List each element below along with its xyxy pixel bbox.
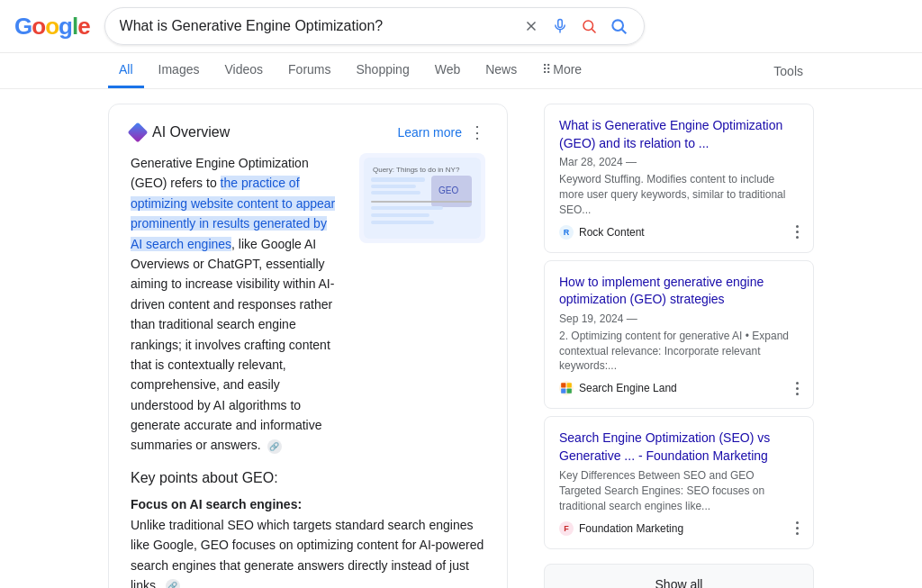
result-source-1: R Rock Content <box>559 225 799 240</box>
svg-rect-22 <box>567 389 572 394</box>
search-input[interactable] <box>120 18 514 34</box>
svg-rect-18 <box>371 221 434 224</box>
tab-web[interactable]: Web <box>424 53 472 88</box>
key-point-text-1: Unlike traditional SEO which targets sta… <box>131 515 485 588</box>
header: Google <box>0 0 922 53</box>
svg-rect-2 <box>557 20 562 28</box>
tab-images[interactable]: Images <box>148 53 211 88</box>
lens-icon[interactable] <box>579 16 599 36</box>
search-icon[interactable] <box>608 15 629 37</box>
result-snippet-2: 2. Optimizing content for generative AI … <box>559 329 799 374</box>
more-options-3[interactable] <box>796 521 799 535</box>
svg-rect-19 <box>561 383 565 387</box>
key-point-title-1: Focus on AI search engines: <box>131 497 485 511</box>
main-content: AI Overview Learn more ⋮ Generative Engi… <box>0 89 922 588</box>
learn-more-link[interactable]: Learn more <box>397 125 462 140</box>
result-date-1: Mar 28, 2024 — <box>559 156 799 168</box>
overview-image: Query: Things to do in NY? GEO <box>359 153 485 243</box>
tab-forums[interactable]: Forums <box>277 53 341 88</box>
ai-overview-box: AI Overview Learn more ⋮ Generative Engi… <box>108 104 508 588</box>
right-panel: What is Generative Engine Optimization (… <box>544 104 814 588</box>
svg-rect-16 <box>371 206 443 210</box>
source-icon-sel <box>559 381 574 395</box>
google-logo: Google <box>14 13 90 41</box>
ai-overview-header-right: Learn more ⋮ <box>397 122 485 142</box>
show-all-button[interactable]: Show all <box>544 564 814 588</box>
voice-search-icon[interactable] <box>550 16 570 36</box>
svg-text:GEO: GEO <box>438 185 458 195</box>
ai-overview-header: AI Overview Learn more ⋮ <box>131 122 485 142</box>
tab-more[interactable]: ⠿ More <box>531 53 592 88</box>
svg-line-5 <box>592 29 595 32</box>
key-point-1: Focus on AI search engines: Unlike tradi… <box>131 497 485 588</box>
tab-tools[interactable]: Tools <box>763 55 814 87</box>
svg-text:Query: Things to do in NY?: Query: Things to do in NY? <box>373 166 460 174</box>
search-bar <box>104 7 645 45</box>
source-link-2[interactable]: 🔗 <box>166 579 180 588</box>
result-snippet-3: Key Differences Between SEO and GEO Targ… <box>559 468 799 513</box>
ai-diamond-icon <box>128 122 149 143</box>
source-name-1: Rock Content <box>579 226 645 239</box>
svg-point-6 <box>612 20 623 31</box>
result-card-2: How to implement generative engine optim… <box>544 260 814 410</box>
tab-all[interactable]: All <box>108 53 144 88</box>
result-title-3[interactable]: Search Engine Optimization (SEO) vs Gene… <box>559 430 799 465</box>
result-title-1[interactable]: What is Generative Engine Optimization (… <box>559 117 799 152</box>
svg-point-4 <box>583 21 593 31</box>
svg-rect-17 <box>371 213 429 217</box>
overview-body: Generative Engine Optimization (GEO) ref… <box>131 153 485 456</box>
more-options-1[interactable] <box>796 225 799 239</box>
source-info-1: R Rock Content <box>559 225 645 240</box>
svg-rect-21 <box>561 389 565 394</box>
svg-rect-11 <box>371 185 416 188</box>
svg-rect-12 <box>371 191 420 194</box>
svg-rect-20 <box>567 383 572 387</box>
result-snippet-1: Keyword Stuffing. Modifies content to in… <box>559 172 799 217</box>
overview-text-block: Generative Engine Optimization (GEO) ref… <box>131 153 341 456</box>
source-name-2: Search Engine Land <box>579 382 677 394</box>
source-info-3: F Foundation Marketing <box>559 521 683 536</box>
more-options-2[interactable] <box>796 382 799 395</box>
result-title-2[interactable]: How to implement generative engine optim… <box>559 274 799 309</box>
source-link-icon-1[interactable]: 🔗 <box>267 439 282 454</box>
overview-text-after: , like Google AI Overviews or ChatGPT, e… <box>131 237 334 453</box>
key-points-title: Key points about GEO: <box>131 470 485 486</box>
svg-line-7 <box>621 30 626 34</box>
svg-rect-15 <box>371 201 472 203</box>
more-label: More <box>553 62 582 77</box>
result-source-3: F Foundation Marketing <box>559 521 799 536</box>
result-card-1: What is Generative Engine Optimization (… <box>544 104 814 253</box>
tab-videos[interactable]: Videos <box>213 53 274 88</box>
source-info-2: Search Engine Land <box>559 381 677 395</box>
source-name-3: Foundation Marketing <box>579 522 683 535</box>
clear-icon[interactable] <box>521 16 541 36</box>
left-panel: AI Overview Learn more ⋮ Generative Engi… <box>108 104 508 588</box>
ai-overview-title-text: AI Overview <box>152 124 230 140</box>
overflow-icon[interactable]: ⋮ <box>469 122 485 142</box>
key-points: Key points about GEO: Focus on AI search… <box>131 470 485 588</box>
svg-rect-10 <box>371 177 425 182</box>
tab-shopping[interactable]: Shopping <box>346 53 420 88</box>
tab-news[interactable]: News <box>475 53 528 88</box>
nav-tabs: All Images Videos Forums Shopping Web Ne… <box>0 53 922 89</box>
result-source-2: Search Engine Land <box>559 381 799 395</box>
result-card-3: Search Engine Optimization (SEO) vs Gene… <box>544 416 814 549</box>
result-date-2: Sep 19, 2024 — <box>559 312 799 325</box>
source-icon-fm: F <box>559 521 574 536</box>
dots-icon: ⠿ <box>542 62 551 77</box>
search-icons <box>521 15 629 37</box>
source-icon-rock: R <box>559 225 574 240</box>
ai-overview-title: AI Overview <box>131 124 230 140</box>
